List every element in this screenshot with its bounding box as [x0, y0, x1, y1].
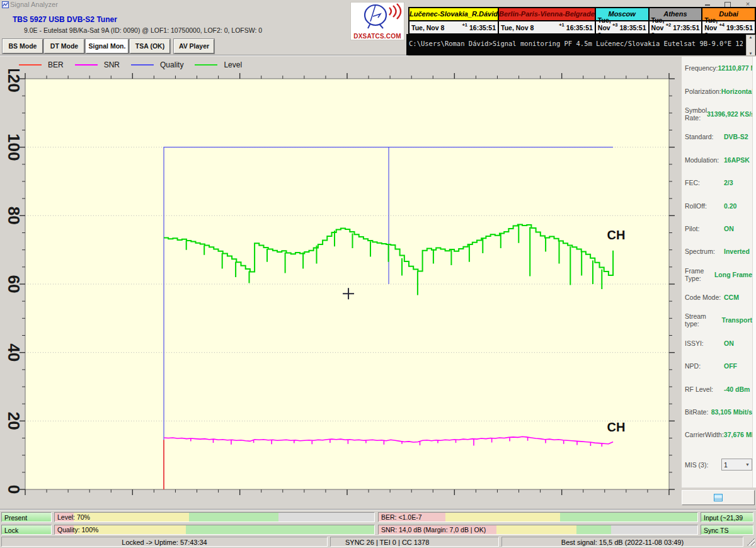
- bar-segment: [445, 513, 560, 522]
- clock-cell: MoscowTue, Nov 8+318:35:51: [596, 8, 650, 35]
- param-value: OFF: [724, 362, 737, 370]
- clock-date: Tue, Nov 8: [411, 24, 462, 31]
- param-row: RollOff:0.20: [682, 194, 752, 217]
- param-value: Inverted: [724, 248, 750, 255]
- param-label: Code Mode:: [685, 294, 724, 301]
- tab-signal-mon-[interactable]: Signal Mon.: [86, 39, 129, 54]
- param-label: Polarization:: [685, 88, 721, 95]
- quality-bar: Quality: 100%: [54, 525, 375, 535]
- clock-utc-offset: +1: [462, 22, 467, 28]
- y-axis-label: 60: [4, 275, 23, 294]
- param-row: Modulation:16APSK: [682, 149, 752, 171]
- param-label: Pilot:: [685, 225, 724, 232]
- chevron-down-icon: ▼: [745, 462, 750, 467]
- clock-city: Lučenec-Slovakia_R.Dávid: [410, 8, 498, 21]
- ber-bar: BER: <1.0E-7: [378, 512, 698, 522]
- clock-cell: Berlin-Paris-Vienna-BelgradeTue, Nov 8+1…: [499, 8, 596, 35]
- param-value: 0.20: [724, 202, 736, 210]
- snr-bar: SNR: 14,0 dB (Margin: 7,0 dB | OK): [378, 525, 698, 535]
- present-indicator: Present: [1, 512, 52, 522]
- y-axis-label: 80: [4, 207, 23, 225]
- terminal-scrollbar[interactable]: ▲ ▼: [746, 35, 755, 56]
- param-row: Frame Type:Long Frame: [682, 263, 752, 286]
- param-label: BitRate:: [685, 408, 711, 416]
- level-bar: Level: 70%: [54, 512, 375, 522]
- param-row: Spectrum:Inverted: [682, 240, 752, 263]
- clock-cell: Lučenec-Slovakia_R.DávidTue, Nov 8+116:3…: [410, 8, 499, 35]
- input-indicator: Input (~21,39 Mbps): [701, 512, 753, 522]
- status-bar: Locked -> Uptime: 57:43:34 SYNC 26 | TEI…: [0, 537, 756, 548]
- clock-time-row: Tue, Nov 8+217:35:51: [650, 21, 702, 33]
- legend-item-ber: BER: [19, 60, 64, 69]
- legend-item-level: Level: [195, 60, 242, 69]
- param-row: Symbol Rate:31396,922 KS/s: [682, 103, 752, 125]
- bar-segment: [186, 525, 374, 534]
- bar-segment: [560, 513, 697, 522]
- resize-grip[interactable]: [747, 538, 755, 545]
- window-list-icon: [714, 494, 723, 501]
- param-label: Spectrum:: [685, 248, 724, 255]
- world-clocks: Lučenec-Slovakia_R.DávidTue, Nov 8+116:3…: [408, 7, 756, 36]
- legend-label: Level: [224, 60, 242, 69]
- lock-indicator: Lock: [1, 525, 52, 535]
- panel-button[interactable]: [682, 490, 755, 505]
- clock-time-row: Tue, Nov 8+419:35:51: [702, 21, 755, 33]
- mis-value: 1: [724, 461, 728, 469]
- satellite-dish-icon: [352, 3, 403, 30]
- legend-line-icon: [131, 64, 154, 66]
- y-axis-label: 20: [4, 412, 23, 430]
- bar-segment: [278, 513, 374, 522]
- param-row: ISSYI:ON: [682, 332, 752, 355]
- channel-annotation: CH: [607, 228, 626, 242]
- param-label: RF Level:: [685, 385, 724, 393]
- param-value: 83,105 Mbit/s: [711, 408, 752, 416]
- param-label: CarrierWidth:: [685, 431, 724, 438]
- tab-av-player[interactable]: AV Player: [174, 39, 214, 54]
- param-row: BitRate:83,105 Mbit/s: [682, 401, 752, 423]
- mis-dropdown[interactable]: 1▼: [721, 459, 752, 471]
- clock-city: Berlin-Paris-Vienna-Belgrade: [499, 8, 595, 21]
- legend-item-quality: Quality: [131, 60, 183, 69]
- param-label: Symbol Rate:: [685, 106, 707, 122]
- tab-tsa-ok-[interactable]: TSA (OK): [130, 39, 170, 54]
- param-row: RF Level:-40 dBm: [682, 377, 752, 400]
- param-label: Frame Type:: [685, 267, 714, 282]
- y-axis-label: 100: [4, 134, 23, 161]
- tab-bs-mode[interactable]: BS Mode: [3, 39, 43, 54]
- status-uptime: Locked -> Uptime: 57:43:34: [1, 537, 328, 547]
- terminal-command: C:\Users\Roman Dávid>Signal monitoring_P…: [409, 40, 743, 47]
- clock-utc-offset: +4: [719, 22, 724, 28]
- legend-item-snr: SNR: [75, 60, 120, 69]
- chart-canvas: 020406080100120CHCH: [0, 69, 680, 510]
- window-title: Signal Analyzer: [10, 1, 58, 8]
- clock-date: Tue, Nov 8: [501, 24, 559, 31]
- scroll-down-icon[interactable]: ▼: [749, 52, 753, 55]
- tuner-title: TBS 5927 USB DVB-S2 Tuner: [13, 15, 117, 24]
- param-value: Long Frame: [714, 271, 752, 278]
- bar-segment: [189, 513, 278, 522]
- param-value: 2/3: [724, 179, 733, 186]
- param-value: CCM: [724, 294, 739, 301]
- logo-text: DXSATCS.COM: [351, 33, 404, 40]
- param-value: -40 dBm: [724, 385, 750, 393]
- parameters-panel: Frequency:12110,877 MHzPolarization:Hori…: [682, 57, 752, 488]
- clock-utc-offset: +2: [666, 22, 672, 28]
- tab-dt-mode[interactable]: DT Mode: [44, 39, 84, 54]
- param-value: 31396,922 KS/s: [707, 110, 755, 118]
- param-value: ON: [724, 225, 734, 232]
- panel-scrollbar[interactable]: [752, 57, 756, 488]
- y-axis-label: 0: [4, 485, 23, 494]
- ber-bar-label: BER: <1.0E-7: [381, 513, 422, 522]
- param-row: Code Mode:CCM: [682, 286, 752, 309]
- sync-ts-indicator: Sync TS: [701, 525, 753, 535]
- param-row: Frequency:12110,877 MHz: [682, 57, 752, 79]
- param-row: NPD:OFF: [682, 355, 752, 377]
- clock-utc-offset: +3: [612, 22, 618, 28]
- legend-label: Quality: [160, 60, 183, 69]
- scroll-up-icon[interactable]: ▲: [749, 35, 753, 39]
- param-value: Horizontal: [721, 88, 753, 95]
- quality-bar-label: Quality: 100%: [57, 525, 98, 534]
- clock-time: 17:35:51: [673, 24, 699, 31]
- clock-time: 19:35:51: [726, 24, 753, 31]
- terminal-window[interactable]: C:\Users\Roman Dávid>Signal monitoring_P…: [406, 34, 756, 55]
